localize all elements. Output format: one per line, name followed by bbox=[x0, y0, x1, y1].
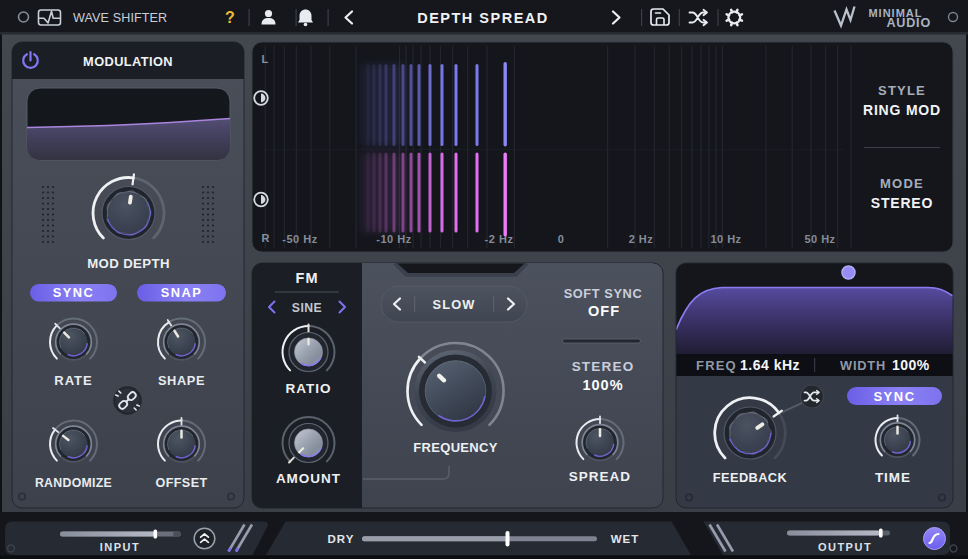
svg-text:DRY: DRY bbox=[328, 533, 355, 545]
svg-text:RATIO: RATIO bbox=[286, 381, 332, 396]
svg-text:WAVE SHIFTER: WAVE SHIFTER bbox=[73, 11, 167, 25]
svg-text:100%: 100% bbox=[892, 357, 930, 373]
svg-text:WET: WET bbox=[611, 533, 640, 545]
svg-text:SLOW: SLOW bbox=[432, 297, 475, 312]
svg-text:TIME: TIME bbox=[875, 470, 911, 485]
svg-text:SHAPE: SHAPE bbox=[158, 373, 205, 388]
svg-text:SOFT SYNC: SOFT SYNC bbox=[564, 286, 643, 301]
svg-text:DEPTH SPREAD: DEPTH SPREAD bbox=[417, 10, 549, 26]
svg-text:-10 Hz: -10 Hz bbox=[376, 233, 411, 245]
svg-text:STEREO: STEREO bbox=[572, 359, 635, 374]
svg-text:FREQUENCY: FREQUENCY bbox=[413, 440, 497, 455]
svg-text:?: ? bbox=[225, 9, 235, 26]
svg-text:STEREO: STEREO bbox=[871, 195, 933, 211]
svg-text:R: R bbox=[262, 232, 270, 244]
svg-text:SNAP: SNAP bbox=[161, 285, 203, 300]
svg-text:SYNC: SYNC bbox=[53, 285, 95, 300]
svg-text:RING MOD: RING MOD bbox=[863, 102, 941, 118]
svg-text:FEEDBACK: FEEDBACK bbox=[713, 470, 788, 485]
svg-text:50 Hz: 50 Hz bbox=[804, 233, 835, 245]
svg-text:STYLE: STYLE bbox=[878, 83, 926, 98]
svg-text:OFFSET: OFFSET bbox=[155, 476, 207, 490]
svg-text:2 Hz: 2 Hz bbox=[629, 233, 654, 245]
svg-text:MODE: MODE bbox=[880, 176, 924, 191]
svg-text:L: L bbox=[262, 53, 269, 65]
svg-text:RANDOMIZE: RANDOMIZE bbox=[35, 476, 112, 490]
svg-text:MOD DEPTH: MOD DEPTH bbox=[87, 256, 170, 271]
svg-text:FREQ: FREQ bbox=[696, 358, 737, 373]
svg-text:RATE: RATE bbox=[54, 373, 92, 388]
svg-text:SINE: SINE bbox=[292, 301, 322, 315]
svg-text:SYNC: SYNC bbox=[873, 389, 915, 404]
svg-text:MODULATION: MODULATION bbox=[83, 54, 173, 69]
svg-text:WIDTH: WIDTH bbox=[840, 358, 886, 373]
svg-text:INPUT: INPUT bbox=[100, 541, 141, 553]
svg-text:AMOUNT: AMOUNT bbox=[276, 471, 341, 486]
svg-text:0: 0 bbox=[558, 233, 565, 245]
svg-text:1.64 kHz: 1.64 kHz bbox=[740, 357, 800, 373]
svg-text:SPREAD: SPREAD bbox=[569, 469, 631, 484]
svg-text:10 Hz: 10 Hz bbox=[710, 233, 741, 245]
svg-text:OFF: OFF bbox=[588, 303, 620, 319]
svg-text:FM: FM bbox=[296, 270, 319, 286]
svg-text:OUTPUT: OUTPUT bbox=[818, 541, 872, 553]
svg-text:100%: 100% bbox=[582, 377, 623, 393]
svg-text:AUDIO: AUDIO bbox=[886, 16, 931, 30]
svg-text:-50 Hz: -50 Hz bbox=[282, 233, 317, 245]
svg-text:-2 Hz: -2 Hz bbox=[485, 233, 514, 245]
